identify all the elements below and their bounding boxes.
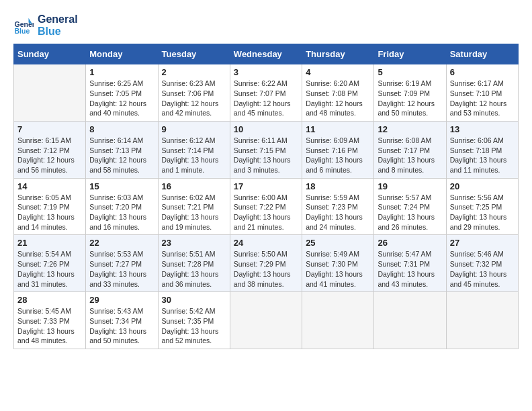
calendar-cell: 13Sunrise: 6:06 AMSunset: 7:18 PMDayligh… xyxy=(446,121,518,178)
day-number: 29 xyxy=(89,295,154,305)
calendar-cell: 3Sunrise: 6:22 AMSunset: 7:07 PMDaylight… xyxy=(230,64,302,122)
calendar-cell: 30Sunrise: 5:42 AMSunset: 7:35 PMDayligh… xyxy=(158,292,230,349)
day-info: Sunrise: 6:25 AMSunset: 7:05 PMDaylight:… xyxy=(89,79,154,118)
day-number: 10 xyxy=(234,124,298,134)
day-info: Sunrise: 5:57 AMSunset: 7:24 PMDaylight:… xyxy=(378,193,442,232)
calendar-cell: 27Sunrise: 5:46 AMSunset: 7:32 PMDayligh… xyxy=(446,235,518,292)
weekday-header-thursday: Thursday xyxy=(302,44,374,64)
day-info: Sunrise: 5:49 AMSunset: 7:30 PMDaylight:… xyxy=(306,249,370,289)
day-info: Sunrise: 5:43 AMSunset: 7:34 PMDaylight:… xyxy=(89,306,154,346)
day-number: 26 xyxy=(378,238,442,248)
day-number: 2 xyxy=(162,67,226,77)
day-info: Sunrise: 5:50 AMSunset: 7:29 PMDaylight:… xyxy=(234,249,298,289)
day-info: Sunrise: 5:51 AMSunset: 7:28 PMDaylight:… xyxy=(162,249,226,289)
calendar-cell: 16Sunrise: 6:02 AMSunset: 7:21 PMDayligh… xyxy=(158,178,230,235)
calendar-cell: 7Sunrise: 6:15 AMSunset: 7:12 PMDaylight… xyxy=(14,121,86,178)
calendar-week-row: 1Sunrise: 6:25 AMSunset: 7:05 PMDaylight… xyxy=(14,64,519,122)
calendar-cell: 29Sunrise: 5:43 AMSunset: 7:34 PMDayligh… xyxy=(86,292,158,349)
day-number: 7 xyxy=(17,124,82,134)
calendar-cell: 21Sunrise: 5:54 AMSunset: 7:26 PMDayligh… xyxy=(14,235,86,292)
day-info: Sunrise: 6:12 AMSunset: 7:14 PMDaylight:… xyxy=(162,136,226,175)
day-info: Sunrise: 6:19 AMSunset: 7:09 PMDaylight:… xyxy=(378,79,442,118)
day-number: 13 xyxy=(450,124,515,134)
calendar-cell: 9Sunrise: 6:12 AMSunset: 7:14 PMDaylight… xyxy=(158,121,230,178)
day-number: 20 xyxy=(450,181,515,191)
day-number: 28 xyxy=(17,295,82,305)
calendar-cell: 26Sunrise: 5:47 AMSunset: 7:31 PMDayligh… xyxy=(374,235,446,292)
logo-icon: General Blue xyxy=(13,15,34,36)
day-info: Sunrise: 6:08 AMSunset: 7:17 PMDaylight:… xyxy=(378,136,442,175)
weekday-header-row: SundayMondayTuesdayWednesdayThursdayFrid… xyxy=(14,44,519,64)
calendar-cell: 10Sunrise: 6:11 AMSunset: 7:15 PMDayligh… xyxy=(230,121,302,178)
day-info: Sunrise: 6:02 AMSunset: 7:21 PMDaylight:… xyxy=(162,193,226,232)
day-number: 3 xyxy=(234,67,298,77)
weekday-header-sunday: Sunday xyxy=(14,44,86,64)
day-info: Sunrise: 6:03 AMSunset: 7:20 PMDaylight:… xyxy=(89,193,154,232)
page-header: General Blue General Blue xyxy=(13,13,519,37)
calendar-cell xyxy=(14,64,86,122)
calendar-cell: 2Sunrise: 6:23 AMSunset: 7:06 PMDaylight… xyxy=(158,64,230,122)
calendar-cell: 19Sunrise: 5:57 AMSunset: 7:24 PMDayligh… xyxy=(374,178,446,235)
calendar-cell: 1Sunrise: 6:25 AMSunset: 7:05 PMDaylight… xyxy=(86,64,158,122)
weekday-header-wednesday: Wednesday xyxy=(230,44,302,64)
calendar-cell: 28Sunrise: 5:45 AMSunset: 7:33 PMDayligh… xyxy=(14,292,86,349)
calendar-week-row: 21Sunrise: 5:54 AMSunset: 7:26 PMDayligh… xyxy=(14,235,519,292)
day-number: 18 xyxy=(306,181,370,191)
calendar-cell: 22Sunrise: 5:53 AMSunset: 7:27 PMDayligh… xyxy=(86,235,158,292)
calendar-cell: 20Sunrise: 5:56 AMSunset: 7:25 PMDayligh… xyxy=(446,178,518,235)
day-info: Sunrise: 5:59 AMSunset: 7:23 PMDaylight:… xyxy=(306,193,370,232)
calendar-cell: 18Sunrise: 5:59 AMSunset: 7:23 PMDayligh… xyxy=(302,178,374,235)
day-number: 9 xyxy=(162,124,226,134)
day-number: 12 xyxy=(378,124,442,134)
day-info: Sunrise: 6:23 AMSunset: 7:06 PMDaylight:… xyxy=(162,79,226,118)
day-number: 1 xyxy=(89,67,154,77)
calendar-week-row: 14Sunrise: 6:05 AMSunset: 7:19 PMDayligh… xyxy=(14,178,519,235)
day-number: 24 xyxy=(234,238,298,248)
calendar-cell: 12Sunrise: 6:08 AMSunset: 7:17 PMDayligh… xyxy=(374,121,446,178)
calendar-cell: 25Sunrise: 5:49 AMSunset: 7:30 PMDayligh… xyxy=(302,235,374,292)
day-info: Sunrise: 5:45 AMSunset: 7:33 PMDaylight:… xyxy=(17,306,82,346)
day-number: 5 xyxy=(378,67,442,77)
calendar-cell: 5Sunrise: 6:19 AMSunset: 7:09 PMDaylight… xyxy=(374,64,446,122)
day-info: Sunrise: 6:20 AMSunset: 7:08 PMDaylight:… xyxy=(306,79,370,118)
calendar-cell: 14Sunrise: 6:05 AMSunset: 7:19 PMDayligh… xyxy=(14,178,86,235)
calendar-cell xyxy=(446,292,518,349)
day-info: Sunrise: 5:46 AMSunset: 7:32 PMDaylight:… xyxy=(450,249,515,289)
weekday-header-saturday: Saturday xyxy=(446,44,518,64)
weekday-header-friday: Friday xyxy=(374,44,446,64)
day-info: Sunrise: 5:42 AMSunset: 7:35 PMDaylight:… xyxy=(162,306,226,346)
logo-general: General xyxy=(38,13,78,26)
day-number: 19 xyxy=(378,181,442,191)
day-info: Sunrise: 6:15 AMSunset: 7:12 PMDaylight:… xyxy=(17,136,82,175)
day-number: 8 xyxy=(89,124,154,134)
calendar-cell: 6Sunrise: 6:17 AMSunset: 7:10 PMDaylight… xyxy=(446,64,518,122)
day-info: Sunrise: 6:09 AMSunset: 7:16 PMDaylight:… xyxy=(306,136,370,175)
logo-blue: Blue xyxy=(38,26,78,38)
day-number: 14 xyxy=(17,181,82,191)
day-info: Sunrise: 5:53 AMSunset: 7:27 PMDaylight:… xyxy=(89,249,154,289)
day-info: Sunrise: 6:22 AMSunset: 7:07 PMDaylight:… xyxy=(234,79,298,118)
calendar-cell: 17Sunrise: 6:00 AMSunset: 7:22 PMDayligh… xyxy=(230,178,302,235)
day-number: 16 xyxy=(162,181,226,191)
calendar-cell: 23Sunrise: 5:51 AMSunset: 7:28 PMDayligh… xyxy=(158,235,230,292)
day-info: Sunrise: 6:14 AMSunset: 7:13 PMDaylight:… xyxy=(89,136,154,175)
calendar-cell xyxy=(374,292,446,349)
weekday-header-monday: Monday xyxy=(86,44,158,64)
day-info: Sunrise: 5:56 AMSunset: 7:25 PMDaylight:… xyxy=(450,193,515,232)
weekday-header-tuesday: Tuesday xyxy=(158,44,230,64)
calendar-cell: 24Sunrise: 5:50 AMSunset: 7:29 PMDayligh… xyxy=(230,235,302,292)
day-number: 23 xyxy=(162,238,226,248)
calendar-week-row: 7Sunrise: 6:15 AMSunset: 7:12 PMDaylight… xyxy=(14,121,519,178)
day-number: 25 xyxy=(306,238,370,248)
day-number: 27 xyxy=(450,238,515,248)
day-info: Sunrise: 6:17 AMSunset: 7:10 PMDaylight:… xyxy=(450,79,515,118)
day-info: Sunrise: 6:11 AMSunset: 7:15 PMDaylight:… xyxy=(234,136,298,175)
calendar-cell: 15Sunrise: 6:03 AMSunset: 7:20 PMDayligh… xyxy=(86,178,158,235)
day-number: 21 xyxy=(17,238,82,248)
calendar-cell: 4Sunrise: 6:20 AMSunset: 7:08 PMDaylight… xyxy=(302,64,374,122)
calendar-week-row: 28Sunrise: 5:45 AMSunset: 7:33 PMDayligh… xyxy=(14,292,519,349)
calendar-cell: 8Sunrise: 6:14 AMSunset: 7:13 PMDaylight… xyxy=(86,121,158,178)
day-number: 17 xyxy=(234,181,298,191)
day-number: 11 xyxy=(306,124,370,134)
day-info: Sunrise: 6:00 AMSunset: 7:22 PMDaylight:… xyxy=(234,193,298,232)
